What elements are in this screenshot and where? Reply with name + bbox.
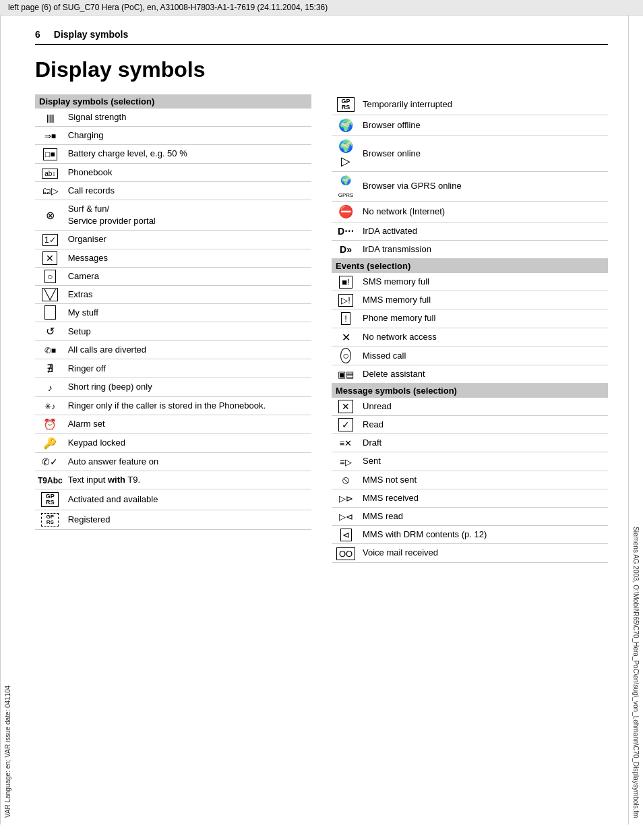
desc-cell: Signal strength	[65, 109, 311, 127]
messages-icon: ✕	[42, 251, 57, 265]
main-title: Display symbols	[35, 57, 608, 82]
temp-interrupted-icon: GPRS	[337, 97, 355, 112]
table-row: ✓ Read	[332, 416, 608, 434]
battery-icon: □■	[43, 148, 57, 160]
sidebar-left-text: VAR Language: en; VAR issue date: 041104	[4, 686, 11, 818]
mms-not-sent-icon: ⦸	[342, 474, 349, 485]
desc-cell: Text input with T9.	[65, 471, 311, 489]
symbol-cell: ab↕	[35, 163, 65, 181]
events-section-header: Events (selection)	[332, 259, 608, 273]
signal-strength-icon: |||||	[47, 113, 54, 123]
desc-cell: Phonebook	[65, 163, 311, 181]
table-row: ✕ No network access	[332, 328, 608, 347]
desc-cell: Auto answer feature on	[65, 452, 311, 471]
symbol-cell: ≡✕	[332, 434, 360, 452]
symbol-cell: ▣▤	[332, 365, 360, 383]
table-row: GPRS Registered	[35, 510, 311, 530]
symbol-cell: ⦸	[332, 471, 360, 489]
table-row: ○ Missed call	[332, 347, 608, 365]
mystuff-icon	[44, 305, 55, 320]
table-row: ╲╱ Extras	[35, 285, 311, 303]
table-row: ✕ Messages	[35, 249, 311, 267]
symbol-cell: ⊗	[35, 200, 65, 230]
allcalls-icon: ✆■	[44, 346, 56, 355]
symbol-cell: ≡▷	[332, 452, 360, 471]
autoanswer-icon: ✆✓	[42, 456, 58, 467]
desc-cell: Organiser	[65, 231, 311, 249]
draft-icon: ≡✕	[340, 438, 353, 448]
two-columns: Display symbols (selection) ||||| Signal…	[35, 94, 608, 811]
symbol-cell: ▷⊳	[332, 489, 360, 507]
table-row: D⋯ IrDA activated	[332, 222, 608, 240]
charging-icon: ⇒■	[44, 131, 56, 141]
desc-cell: SMS memory full	[360, 273, 608, 291]
irda-trans-icon: D»	[340, 244, 352, 255]
table-row: ▷⊳ MMS received	[332, 489, 608, 507]
table-row: T9Abc Text input with T9.	[35, 471, 311, 489]
symbol-cell: ↺	[35, 322, 65, 341]
desc-cell: Browser online	[360, 136, 608, 172]
voicemail-icon: OO	[336, 547, 355, 560]
shortring-icon: ♪	[48, 382, 53, 393]
desc-cell: Missed call	[360, 347, 608, 365]
camera-icon: ○	[44, 270, 55, 283]
symbol-cell: ✆✓	[35, 452, 65, 471]
desc-cell: Delete assistant	[360, 365, 608, 383]
table-row: 1✓ Organiser	[35, 231, 311, 249]
desc-cell: MMS memory full	[360, 291, 608, 309]
symbol-cell: ✓	[332, 416, 360, 434]
symbol-cell: ✕	[35, 249, 65, 267]
missed-call-icon: ○	[340, 348, 351, 363]
extras-icon: ╲╱	[42, 288, 58, 301]
desc-cell: IrDA transmission	[360, 240, 608, 258]
table-row: □■ Battery charge level, e.g. 50 %	[35, 145, 311, 163]
main-content: 6 Display symbols Display symbols Displa…	[15, 16, 628, 824]
symbol-cell: ✕	[332, 398, 360, 416]
read-icon: ✓	[338, 418, 353, 431]
message-section-header: Message symbols (selection)	[332, 384, 608, 398]
no-net-access-icon: ✕	[342, 332, 350, 343]
sms-full-icon: ■!	[339, 276, 352, 289]
ringeronly-icon: ✳♪	[44, 402, 55, 411]
right-column: GPRS Temporarily interrupted 🌍 Browser o…	[332, 94, 608, 811]
table-row: My stuff	[35, 304, 311, 322]
desc-cell: MMS read	[360, 508, 608, 526]
table-row: ab↕ Phonebook	[35, 163, 311, 181]
desc-cell: Messages	[65, 249, 311, 267]
table-row: ⊲ MMS with DRM contents (p. 12)	[332, 526, 608, 544]
mms-read-icon: ▷⊲	[339, 512, 353, 522]
table-row: OO Voice mail received	[332, 544, 608, 562]
table-row: ⛔ No network (Internet)	[332, 201, 608, 222]
sent-icon: ≡▷	[340, 457, 352, 467]
irda-act-icon: D⋯	[338, 226, 354, 237]
desc-cell: Sent	[360, 452, 608, 471]
alarm-icon: ⏰	[43, 419, 57, 430]
activated-icon: GPRS	[41, 492, 59, 507]
symbol-cell: 🌍GPRS	[332, 172, 360, 202]
registered-icon: GPRS	[41, 513, 59, 527]
symbol-cell: |||||	[35, 109, 65, 127]
table-row: ▷! MMS memory full	[332, 291, 608, 309]
symbol-cell: D⋯	[332, 222, 360, 240]
table-row: ⦸ MMS not sent	[332, 471, 608, 489]
desc-cell: Keypad locked	[65, 433, 311, 452]
symbol-cell: ⏰	[35, 415, 65, 433]
symbol-cell: ╲╱	[35, 285, 65, 303]
symbol-cell: !	[332, 309, 360, 328]
right-symbol-table: GPRS Temporarily interrupted 🌍 Browser o…	[332, 94, 608, 259]
symbol-cell: ⊲	[332, 526, 360, 544]
desc-cell: Temporarily interrupted	[360, 94, 608, 115]
surf-icon: ⊗	[46, 210, 55, 221]
ringeroff-icon: ∄	[47, 363, 53, 374]
desc-cell: Setup	[65, 322, 311, 341]
desc-cell: MMS received	[360, 489, 608, 507]
symbol-cell: ⛔	[332, 201, 360, 222]
symbol-cell: GPRS	[332, 94, 360, 115]
desc-cell: Ringer off	[65, 359, 311, 378]
phonebook-icon: ab↕	[42, 169, 58, 179]
desc-cell: Browser via GPRS online	[360, 172, 608, 202]
sidebar-right-text: Siemens AG 2003, O:\Mobil\R65\C70_Hera_P…	[632, 527, 640, 818]
browser-gprs-icon: 🌍GPRS	[338, 175, 354, 196]
browser-online-icon: 🌍▷	[338, 140, 353, 168]
page-header: 6 Display symbols	[35, 29, 608, 45]
